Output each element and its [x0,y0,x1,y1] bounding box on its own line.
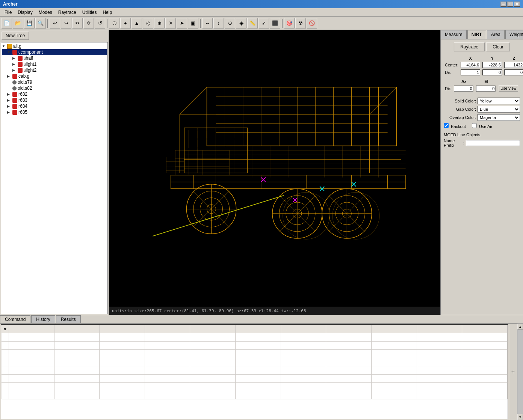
center-x-input[interactable] [461,62,480,68]
toolbar-wireframe[interactable]: ⬡ [109,18,119,29]
backout-label[interactable]: Backout [444,123,466,129]
toolbar-circle[interactable]: ◎ [143,18,153,29]
toolbar-solid[interactable]: ● [120,18,131,29]
tab-nirt[interactable]: NIRT [467,30,486,39]
table-cell[interactable] [9,375,54,383]
table-cell[interactable] [145,358,190,366]
toolbar-raytrace-icon[interactable]: 🎯 [284,18,295,29]
data-table-area[interactable]: ▼ [1,324,508,419]
table-cell[interactable] [281,350,326,358]
menu-utilities[interactable]: Utilities [79,9,100,16]
table-cell[interactable] [417,391,462,399]
table-cell[interactable] [281,358,326,366]
table-cell[interactable] [417,350,462,358]
table-cell[interactable] [462,333,508,342]
table-cell[interactable] [417,333,462,342]
table-cell[interactable] [236,366,281,375]
toolbar-xmove[interactable]: ↔ [202,18,213,29]
table-cell[interactable] [372,342,417,350]
table-cell[interactable] [281,366,326,375]
table-cell[interactable] [145,366,190,375]
toolbar-radiation[interactable]: ☢ [295,18,306,29]
table-cell[interactable] [417,383,462,391]
table-cell[interactable] [417,366,462,375]
use-air-checkbox[interactable] [472,123,477,128]
toolbar-open[interactable]: 📂 [13,18,23,29]
table-cell[interactable] [9,342,54,350]
tree-view[interactable]: ▼all.g▼u component▶u half▶u light1▶u lig… [1,42,108,314]
table-cell[interactable] [9,350,54,358]
table-cell[interactable] [145,342,190,350]
table-cell[interactable] [100,358,145,366]
table-cell[interactable] [100,350,145,358]
toolbar-target[interactable]: ⊕ [154,18,165,29]
toolbar-save[interactable]: 💾 [24,18,35,29]
toolbar-undo[interactable]: ↩ [50,18,60,29]
use-view-button[interactable]: Use View [499,85,518,92]
table-cell[interactable] [9,391,54,399]
table-cell[interactable] [326,383,372,391]
table-cell[interactable] [145,391,190,399]
table-cell[interactable] [236,391,281,399]
clear-button[interactable]: Clear [486,42,510,51]
table-cell[interactable] [372,333,417,342]
tree-item[interactable]: old.s82 [2,85,107,91]
table-cell[interactable] [417,358,462,366]
toolbar-snap[interactable]: ◉ [236,18,246,29]
table-cell[interactable] [2,358,9,366]
table-cell[interactable] [462,342,508,350]
toolbar-cross[interactable]: ✕ [165,18,176,29]
table-cell[interactable] [462,358,508,366]
table-cell[interactable] [54,350,100,358]
el-input[interactable] [476,86,496,92]
table-cell[interactable] [54,342,100,350]
tree-item[interactable]: ▶r685 [2,109,107,115]
table-cell[interactable] [54,358,100,366]
tree-item[interactable]: ▶r683 [2,97,107,103]
table-cell[interactable] [236,375,281,383]
table-cell[interactable] [2,350,9,358]
table-cell[interactable] [236,342,281,350]
tree-item[interactable]: ▼u component [2,49,107,55]
table-cell[interactable] [190,375,236,383]
table-cell[interactable] [462,391,508,399]
table-cell[interactable] [326,375,372,383]
table-cell[interactable] [190,366,236,375]
table-cell[interactable] [9,383,54,391]
center-y-input[interactable] [482,62,502,68]
table-cell[interactable] [2,375,9,383]
table-cell[interactable] [190,383,236,391]
table-cell[interactable] [281,333,326,342]
center-z-input[interactable] [504,62,523,68]
toolbar-new[interactable]: 📄 [2,18,12,29]
viewport[interactable]: units:in size:265.67 center:(81.41, 61.3… [109,30,440,315]
table-cell[interactable] [236,358,281,366]
table-cell[interactable] [9,358,54,366]
overlap-color-select[interactable]: Magenta Red Green Blue [478,114,520,121]
table-cell[interactable] [372,391,417,399]
tab-area[interactable]: Area [487,30,505,39]
table-cell[interactable] [145,333,190,342]
tree-item[interactable]: ▼all.g [2,43,107,49]
table-cell[interactable] [100,333,145,342]
table-cell[interactable] [190,391,236,399]
table-cell[interactable] [417,342,462,350]
name-prefix-input[interactable] [466,140,520,146]
table-cell[interactable] [145,375,190,383]
table-cell[interactable] [281,383,326,391]
close-button[interactable]: ✕ [514,2,520,7]
backout-checkbox[interactable] [444,123,449,128]
table-cell[interactable] [462,383,508,391]
toolbar-redo[interactable]: ↪ [61,18,71,29]
table-cell[interactable] [326,358,372,366]
table-cell[interactable] [100,383,145,391]
new-tree-button[interactable]: New Tree [2,32,29,40]
tab-weight[interactable]: Weight [505,30,523,39]
table-cell[interactable] [281,342,326,350]
use-air-label[interactable]: Use Air [472,123,493,129]
toolbar-arrow[interactable]: ➤ [177,18,187,29]
menu-help[interactable]: Help [100,9,115,16]
tree-item[interactable]: ▶r682 [2,91,107,97]
minimize-button[interactable]: ─ [500,2,506,7]
table-cell[interactable] [9,366,54,375]
